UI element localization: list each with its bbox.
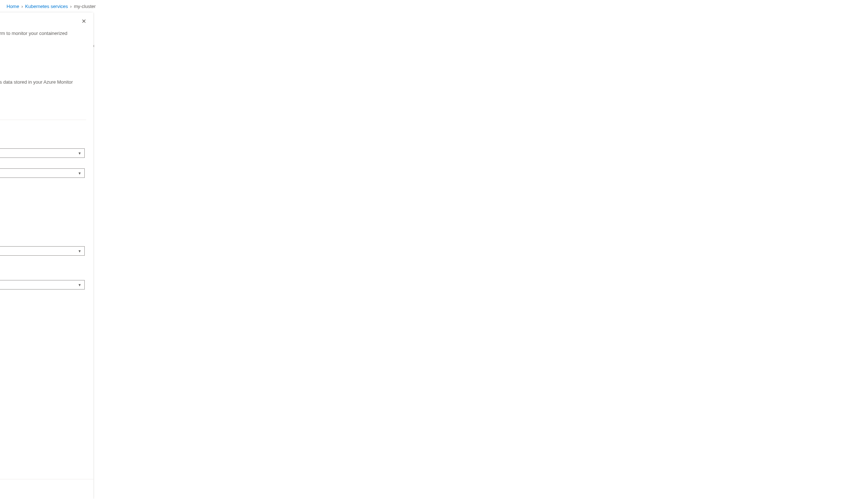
grafana-desc: Selecting a fully managed instance of Gr… — [0, 79, 86, 92]
preset-summary: 1m collection frequency No namespace fil… — [0, 188, 85, 229]
breadcrumb-k8s[interactable]: Kubernetes services — [25, 4, 68, 9]
breadcrumb: Home › Kubernetes services › my-cluster — [0, 0, 868, 13]
breadcrumb-sep: › — [70, 4, 72, 9]
grafana-instances-select[interactable]: my-grafana ▼ — [0, 280, 85, 290]
prom-desc-cutoff: Managed Prometheus provides a highly ava… — [0, 31, 86, 42]
ci-header: Container insights — [0, 139, 86, 145]
configure-panel: Configure Container insights ✕ Managed P… — [0, 13, 93, 499]
advanced-settings-toggle[interactable]: Advanced settings — [0, 125, 86, 131]
close-icon[interactable]: ✕ — [81, 18, 86, 25]
chevron-down-icon: ▼ — [78, 151, 81, 155]
breadcrumb-current: my-cluster — [74, 4, 96, 9]
cost-preset-select[interactable]: Standard ▼ — [0, 168, 85, 178]
law-select[interactable]: my-workspace ▼ — [0, 148, 85, 158]
mg-header: Managed Grafana — [0, 271, 86, 276]
chevron-down-icon: ▼ — [78, 249, 81, 253]
chevron-down-icon: ▼ — [78, 171, 81, 175]
grafana-header: Managed Grafana — [0, 71, 86, 77]
left-nav: my-cluster ⋯ Kubernetes service | ⓘ Dire… — [0, 13, 94, 499]
breadcrumb-sep: › — [21, 4, 23, 9]
amw-select[interactable]: my-azure-monitor-workspace ▼ — [0, 246, 85, 256]
breadcrumb-home[interactable]: Home — [7, 4, 19, 9]
chevron-down-icon: ▼ — [78, 283, 81, 287]
mp-header: Managed Prometheus — [0, 237, 86, 243]
